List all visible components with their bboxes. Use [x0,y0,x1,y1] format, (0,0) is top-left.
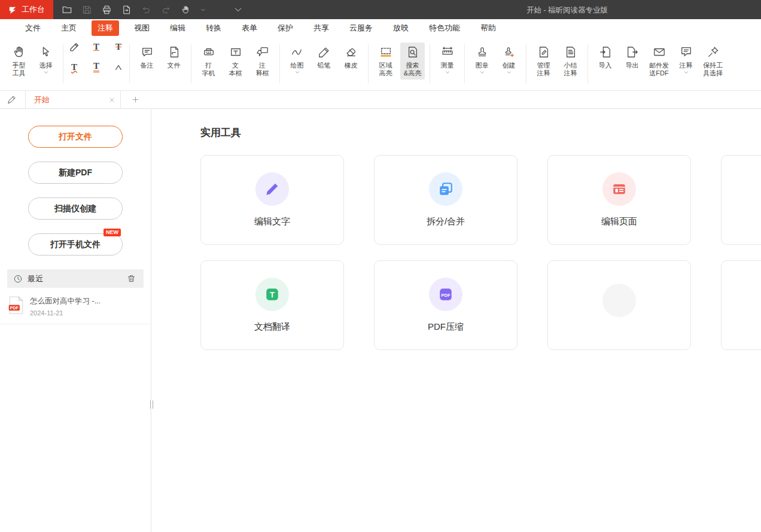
ribbon-item-import[interactable]: 导入 [593,42,617,72]
replace-text-tool[interactable]: T [89,60,104,74]
print-button[interactable] [98,2,115,17]
tool-icon [602,284,636,317]
redo-button[interactable] [157,2,175,17]
undo-button[interactable] [137,2,155,17]
ribbon-item-comments[interactable]: 注释 [674,42,698,77]
new-pdf-button[interactable]: 新建PDF [28,162,123,184]
stamp-icon [476,44,489,60]
ribbon-item-area-highlight[interactable]: 区域 高亮 [373,42,398,80]
menu-tab-edit[interactable]: 编辑 [170,20,185,36]
divider [129,44,130,83]
chevron-down-icon [295,71,300,74]
manage-comments-icon [537,44,550,60]
menu-tab-help[interactable]: 帮助 [480,20,496,36]
note-bubble-icon [141,44,154,60]
ribbon-tab-bar: 文件 主页 注释 视图 编辑 转换 表单 保护 共享 云服务 放映 特色功能 帮… [0,19,761,37]
recent-file-name: 怎么面对高中学习 -... [30,296,101,306]
titlebar: 工作台 开始 - 福昕阅读器专业版 [0,0,761,19]
menu-tab-share[interactable]: 共享 [313,20,329,36]
menu-tab-present[interactable]: 放映 [393,20,409,36]
ribbon-item-drawing[interactable]: 绘图 [285,42,309,77]
export-button[interactable] [117,2,135,17]
sidebar-splitter-handle[interactable] [150,400,153,409]
workbench-button[interactable]: 工作台 [0,0,53,19]
menu-tab-convert[interactable]: 转换 [206,20,221,36]
tool-card-edit-text[interactable]: 编辑文字 [200,155,344,245]
clear-recent-button[interactable] [124,272,138,285]
svg-text:PDF: PDF [10,306,19,310]
ribbon-item-callout[interactable]: 注 释框 [250,42,275,80]
ribbon-item-create-stamp[interactable]: 创建 [497,42,521,77]
underline-tool[interactable]: T [89,39,104,54]
divider [588,44,588,83]
chevron-down-icon [507,71,512,74]
ribbon-item-typewriter[interactable]: 打 字机 [196,42,221,80]
ribbon-item-textbox[interactable]: 文 本框 [223,42,248,80]
open-file-button[interactable]: 打开文件 [28,126,123,148]
divider [368,44,369,83]
menu-tab-form[interactable]: 表单 [242,20,257,36]
menu-tab-home[interactable]: 主页 [61,20,77,36]
sidebar: 打开文件 新建PDF 扫描仪创建 打开手机文件 NEW 最近 PDF [0,109,151,532]
new-tab-button[interactable] [129,93,142,107]
typewriter-icon [202,44,215,60]
hand-tool-dropdown[interactable] [194,2,212,17]
ribbon-item-summarize-comments[interactable]: 小结 注释 [558,42,583,80]
ribbon-item-note[interactable]: 备注 [135,42,159,72]
scanner-create-button[interactable]: 扫描仪创建 [28,197,123,220]
start-page-button[interactable] [4,92,19,108]
content-area: 打开文件 新建PDF 扫描仪创建 打开手机文件 NEW 最近 PDF [0,109,761,532]
printer-icon [102,5,112,15]
menu-tab-comment[interactable]: 注释 [92,20,119,36]
ribbon-item-select[interactable]: 选择 [34,42,58,77]
ribbon-item-stamp[interactable]: 图章 [470,42,494,77]
ribbon-item-email-fdf[interactable]: 邮件发 送FDF [647,42,671,80]
textbox-icon [229,44,242,60]
highlight-tool[interactable] [67,39,81,54]
chevron-down-icon [44,71,48,74]
ribbon-item-pencil[interactable]: 铅笔 [312,42,336,72]
menu-tab-cloud[interactable]: 云服务 [349,20,373,36]
ribbon-item-hand-tool[interactable]: 手型 工具 [7,42,31,80]
tool-card-edit-pages[interactable]: 编辑页面 [547,155,691,245]
tool-card-pdf-to-word[interactable]: W PDF转Word [721,155,761,245]
ribbon-item-manage-comments[interactable]: 管理 注释 [531,42,556,80]
ribbon-item-export[interactable]: 导出 [620,42,644,72]
tool-card-pdf-compress[interactable]: PDF PDF压缩 [374,260,518,350]
clock-icon [13,274,23,284]
open-mobile-file-button[interactable]: 打开手机文件 NEW [28,233,123,256]
ribbon-item-keep-tool-selected[interactable]: 保持工 具选择 [701,42,725,80]
document-tab-bar: 开始 [0,91,761,109]
new-badge: NEW [104,229,121,236]
document-tab[interactable]: 开始 [25,91,121,108]
ribbon-item-search-highlight[interactable]: 搜索 &高亮 [400,42,425,80]
hand-icon [181,5,191,15]
qat-customize-button[interactable] [229,2,247,17]
insert-text-tool[interactable] [111,60,126,74]
file-attachment-icon [168,44,181,60]
menu-tab-view[interactable]: 视图 [134,20,150,36]
menu-tab-file[interactable]: 文件 [25,20,41,36]
recent-file-item[interactable]: PDF 怎么面对高中学习 -... 2024-11-21 [0,288,151,324]
ribbon-item-file-attachment[interactable]: 文件 [162,42,186,72]
tool-card-partial[interactable] [547,260,691,350]
tab-close-button[interactable] [109,97,115,103]
tool-card-partial[interactable] [721,260,761,350]
tool-card-split-merge[interactable]: 拆分/合并 [374,155,518,245]
plus-icon [132,96,139,104]
squiggly-underline-tool[interactable]: T [67,60,81,74]
hand-tool-quick-button[interactable] [176,2,194,17]
menu-tab-features[interactable]: 特色功能 [429,20,460,36]
chevron-down-icon [445,71,450,74]
tool-card-doc-translate[interactable]: T 文档翻译 [200,260,344,350]
strikeout-tool[interactable]: T [111,39,126,54]
divider [430,44,430,83]
create-stamp-icon [503,44,516,60]
ribbon-item-eraser[interactable]: 橡皮 [339,42,363,72]
menu-tab-protect[interactable]: 保护 [278,20,293,36]
save-button[interactable] [78,2,96,17]
doc-translate-icon: T [255,278,289,311]
summarize-comments-icon [564,44,577,60]
open-file-button[interactable] [58,2,76,17]
ribbon-item-measure[interactable]: 测量 [435,42,459,77]
